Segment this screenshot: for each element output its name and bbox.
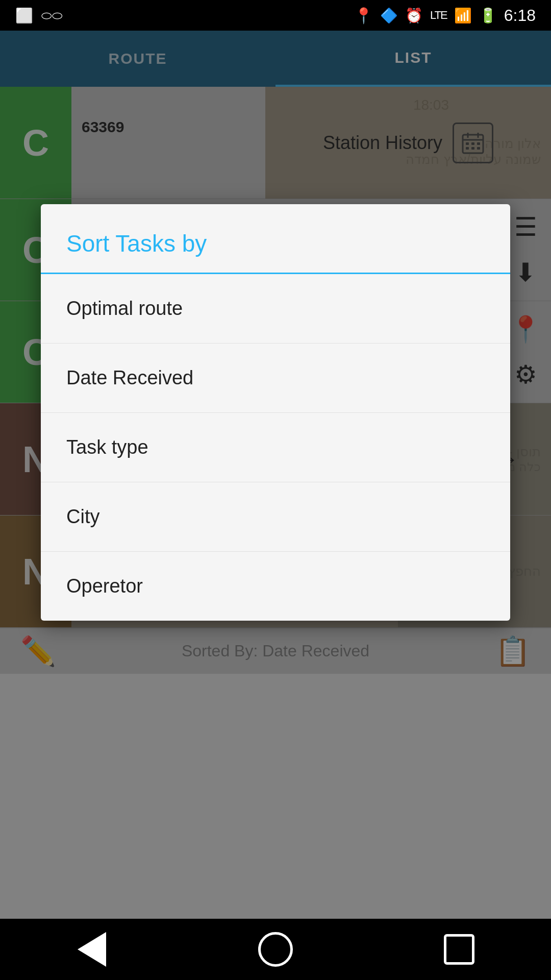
dialog-title: Sort Tasks by bbox=[41, 204, 510, 273]
bluetooth-icon: 🔷 bbox=[380, 7, 398, 24]
status-bar: ⬜ ⬭⬭ 📍 🔷 ⏰ LTE 📶 🔋 6:18 bbox=[0, 0, 551, 31]
signal-icon: 📶 bbox=[454, 7, 472, 24]
status-time: 6:18 bbox=[504, 6, 536, 25]
voicemail-icon: ⬭⬭ bbox=[41, 8, 63, 22]
sort-option-operator[interactable]: Operetor bbox=[41, 552, 510, 621]
sort-dialog: Sort Tasks by Optimal route Date Receive… bbox=[41, 204, 510, 621]
nav-back-button[interactable] bbox=[71, 929, 112, 970]
location-icon: 📍 bbox=[354, 7, 373, 24]
sort-option-date[interactable]: Date Received bbox=[41, 344, 510, 413]
recents-icon bbox=[444, 934, 474, 965]
sort-option-tasktype[interactable]: Task type bbox=[41, 413, 510, 482]
lte-icon: LTE bbox=[430, 9, 447, 22]
image-icon: ⬜ bbox=[15, 7, 33, 24]
nav-recents-button[interactable] bbox=[439, 929, 480, 970]
status-bar-left: ⬜ ⬭⬭ bbox=[15, 7, 63, 24]
battery-icon: 🔋 bbox=[479, 7, 497, 24]
nav-home-button[interactable] bbox=[255, 929, 296, 970]
sort-option-optimal[interactable]: Optimal route bbox=[41, 274, 510, 344]
sort-option-city[interactable]: City bbox=[41, 482, 510, 552]
back-icon bbox=[78, 932, 106, 967]
home-icon bbox=[258, 932, 293, 967]
alarm-icon: ⏰ bbox=[405, 7, 423, 24]
nav-bar bbox=[0, 919, 551, 980]
status-bar-right: 📍 🔷 ⏰ LTE 📶 🔋 6:18 bbox=[354, 6, 536, 25]
